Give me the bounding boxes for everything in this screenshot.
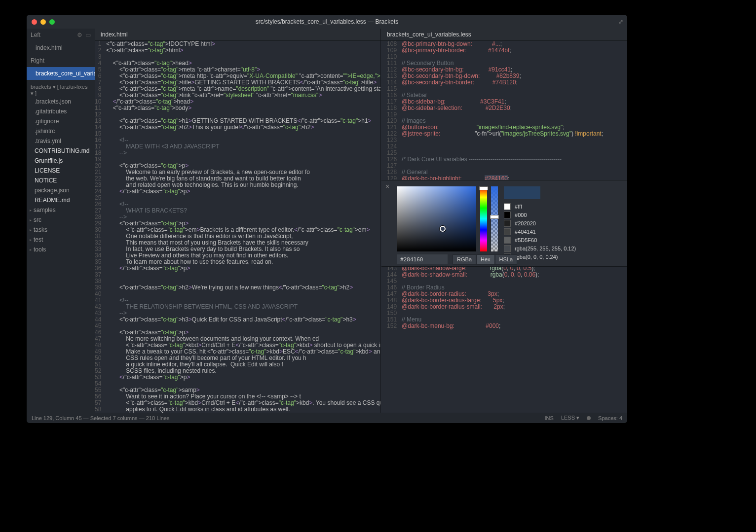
main-area: Left ⚙ ▭ index.html Right brackets_core_…: [27, 29, 627, 413]
file-tree-item[interactable]: LICENSE: [27, 166, 95, 176]
project-header[interactable]: brackets ▾ [ larz/ui-fixes ▾ ]: [27, 84, 95, 97]
file-tree-folder[interactable]: samples: [27, 205, 95, 215]
hex-button[interactable]: Hex: [476, 254, 495, 265]
file-tree-item[interactable]: .jshintrc: [27, 126, 95, 136]
file-tree-item[interactable]: CONTRIBUTING.md: [27, 146, 95, 156]
alpha-slider[interactable]: [491, 186, 498, 251]
file-tree-item[interactable]: .travis.yml: [27, 136, 95, 146]
file-tree-item[interactable]: .brackets.json: [27, 97, 95, 106]
hue-thumb[interactable]: [479, 186, 488, 190]
right-pane: brackets_core_ui_variables.less 10810911…: [380, 29, 627, 413]
swatch-list: #fff#000#202020#404141#5D5F60rgba(255, 2…: [504, 203, 576, 260]
gear-icon[interactable]: ⚙: [77, 32, 82, 38]
cursor-status: Line 129, Column 45 — Selected 7 columns…: [32, 415, 169, 421]
file-tree-item[interactable]: NOTICE: [27, 176, 95, 185]
swatch-row[interactable]: #404141: [504, 228, 576, 235]
left-editor[interactable]: 1234567891011121314151617181920212223242…: [95, 41, 380, 413]
format-buttons: RGBa Hex HSLa: [453, 254, 517, 265]
traffic-lights: [32, 19, 55, 25]
sidebar-left-header[interactable]: Left ⚙ ▭: [27, 29, 95, 41]
editors: index.html 12345678910111213141516171819…: [95, 29, 627, 413]
color-picker: × #fff#000#202020#404141#5D5F60rgba(255,…: [381, 180, 627, 267]
app-window: src/styles/brackets_core_ui_variables.le…: [27, 15, 627, 423]
language-mode[interactable]: LESS ▾: [561, 415, 579, 421]
swatch-row[interactable]: #000: [504, 212, 576, 218]
split-icon[interactable]: ▭: [85, 32, 91, 38]
swatch-row[interactable]: #5D5F60: [504, 237, 576, 244]
minimize-icon[interactable]: [40, 19, 46, 25]
file-tree-folder[interactable]: tasks: [27, 225, 95, 235]
file-tree-item[interactable]: .gitattributes: [27, 106, 95, 116]
close-icon[interactable]: [32, 19, 37, 25]
left-pane: index.html 12345678910111213141516171819…: [95, 29, 380, 413]
hex-input[interactable]: [397, 254, 448, 264]
statusbar: Line 129, Column 45 — Selected 7 columns…: [27, 413, 627, 423]
sat-thumb[interactable]: [440, 226, 446, 232]
working-file-left[interactable]: index.html: [27, 41, 95, 54]
zoom-icon[interactable]: [49, 19, 55, 25]
insert-mode[interactable]: INS: [545, 415, 554, 421]
right-tab[interactable]: brackets_core_ui_variables.less: [381, 29, 627, 41]
file-tree-folder[interactable]: tools: [27, 245, 95, 254]
left-tab[interactable]: index.html: [95, 29, 380, 41]
swatch-row[interactable]: #fff: [504, 203, 576, 210]
alpha-thumb[interactable]: [490, 215, 499, 219]
swatch-row[interactable]: #202020: [504, 220, 576, 227]
file-tree: .brackets.json.gitattributes.gitignore.j…: [27, 97, 95, 254]
saturation-field[interactable]: [397, 186, 476, 251]
current-swatch: [504, 186, 540, 199]
file-tree-item[interactable]: .gitignore: [27, 116, 95, 126]
file-tree-folder[interactable]: src: [27, 215, 95, 225]
rgba-button[interactable]: RGBa: [453, 254, 476, 265]
hue-slider[interactable]: [480, 186, 487, 251]
expand-icon[interactable]: ⤢: [618, 18, 623, 25]
file-tree-folder[interactable]: test: [27, 235, 95, 245]
sidebar-left-label: Left: [31, 32, 40, 38]
hsla-button[interactable]: HSLa: [495, 254, 518, 265]
close-picker-icon[interactable]: ×: [385, 183, 389, 190]
sidebar-right-header[interactable]: Right: [27, 54, 95, 67]
titlebar: src/styles/brackets_core_ui_variables.le…: [27, 15, 627, 29]
file-tree-item[interactable]: Gruntfile.js: [27, 156, 95, 166]
spaces-setting[interactable]: Spaces: 4: [598, 415, 622, 421]
status-dot: [587, 416, 591, 420]
swatch-row[interactable]: rgba(255, 255, 255, 0.12): [504, 245, 576, 252]
sidebar: Left ⚙ ▭ index.html Right brackets_core_…: [27, 29, 95, 413]
window-title: src/styles/brackets_core_ui_variables.le…: [256, 18, 398, 25]
working-file-right[interactable]: brackets_core_ui_variat: [27, 67, 95, 80]
file-tree-item[interactable]: README.md: [27, 195, 95, 205]
sidebar-right-label: Right: [31, 57, 44, 64]
right-editor[interactable]: 1081091101111121131141151161171181191201…: [381, 41, 627, 413]
file-tree-item[interactable]: package.json: [27, 185, 95, 195]
